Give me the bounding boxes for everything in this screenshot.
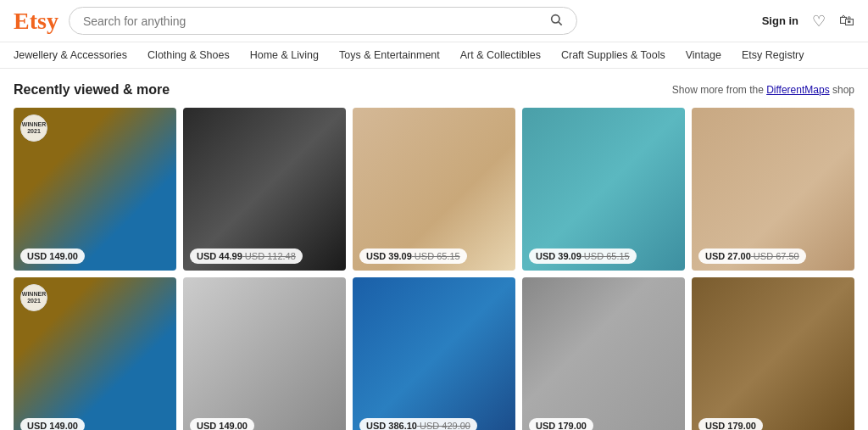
main-content: Recently viewed & more Show more from th…: [0, 69, 868, 430]
header: Etsy Sign in ♡ 🛍: [0, 0, 868, 42]
nav-item-etsy-registry[interactable]: Etsy Registry: [742, 49, 804, 61]
search-bar[interactable]: [69, 7, 577, 35]
product-card[interactable]: WINNER 2021USD 149.00: [14, 108, 176, 271]
etsy-logo: Etsy: [14, 8, 58, 35]
nav-item-art---collectibles[interactable]: Art & Collectibles: [460, 49, 541, 61]
product-card[interactable]: USD 44.99 USD 112.48: [183, 108, 346, 271]
product-card[interactable]: USD 149.00: [183, 277, 346, 430]
price-tag: USD 39.09 USD 65.15: [359, 249, 467, 264]
price-tag: USD 27.00 USD 67.50: [698, 249, 806, 264]
nav-item-craft-supplies---tools[interactable]: Craft Supplies & Tools: [561, 49, 665, 61]
price-tag: USD 149.00: [20, 249, 85, 264]
shop-link[interactable]: DifferentMaps: [766, 84, 829, 96]
show-more-text: Show more from the DifferentMaps shop: [672, 84, 854, 96]
wishlist-icon[interactable]: ♡: [812, 12, 826, 31]
product-card[interactable]: USD 27.00 USD 67.50: [692, 108, 854, 271]
price-tag: USD 179.00: [529, 418, 593, 430]
price: USD 179.00: [536, 421, 587, 430]
product-grid-row1: WINNER 2021USD 149.00USD 44.99 USD 112.4…: [14, 108, 854, 271]
price-tag: USD 149.00: [20, 418, 85, 430]
price: USD 386.10: [366, 421, 417, 430]
price: USD 149.00: [27, 421, 78, 430]
original-price: USD 65.15: [581, 251, 630, 261]
product-card[interactable]: WINNER 2021USD 149.00: [14, 277, 176, 430]
nav-item-home---living[interactable]: Home & Living: [250, 49, 319, 61]
main-nav: Jewellery & AccessoriesClothing & ShoesH…: [0, 42, 868, 69]
product-card[interactable]: USD 386.10 USD 429.00: [353, 277, 515, 430]
search-input[interactable]: [83, 14, 549, 28]
price: USD 27.00: [705, 251, 751, 261]
product-card[interactable]: USD 179.00: [692, 277, 854, 430]
nav-item-clothing---shoes[interactable]: Clothing & Shoes: [147, 49, 230, 61]
price-tag: USD 39.09 USD 65.15: [529, 249, 637, 264]
original-price: USD 429.00: [417, 421, 470, 430]
svg-point-0: [552, 15, 559, 23]
cart-icon[interactable]: 🛍: [839, 12, 854, 30]
header-actions: Sign in ♡ 🛍: [762, 12, 854, 31]
recently-viewed-header: Recently viewed & more Show more from th…: [14, 82, 854, 98]
product-card[interactable]: USD 39.09 USD 65.15: [353, 108, 515, 271]
original-price: USD 67.50: [751, 251, 799, 261]
original-price: USD 65.15: [412, 251, 460, 261]
nav-item-toys---entertainment[interactable]: Toys & Entertainment: [339, 49, 440, 61]
nav-item-jewellery---accessories[interactable]: Jewellery & Accessories: [14, 49, 127, 61]
original-price: USD 112.48: [242, 251, 296, 261]
price: USD 149.00: [197, 421, 248, 430]
nav-item-vintage[interactable]: Vintage: [686, 49, 721, 61]
price: USD 39.09: [366, 251, 412, 261]
product-card[interactable]: USD 179.00: [522, 277, 685, 430]
search-icon[interactable]: [549, 13, 563, 29]
price-tag: USD 44.99 USD 112.48: [190, 249, 303, 264]
price: USD 149.00: [27, 251, 78, 261]
price-tag: USD 179.00: [698, 418, 763, 430]
sign-in-button[interactable]: Sign in: [762, 14, 798, 27]
price: USD 179.00: [705, 421, 756, 430]
winner-badge: WINNER 2021: [20, 284, 47, 311]
recently-viewed-title: Recently viewed & more: [14, 82, 170, 98]
price: USD 39.09: [536, 251, 581, 261]
svg-line-1: [559, 22, 562, 25]
price: USD 44.99: [197, 251, 242, 261]
product-card[interactable]: USD 39.09 USD 65.15: [522, 108, 685, 271]
price-tag: USD 149.00: [190, 418, 254, 430]
product-grid-row2: WINNER 2021USD 149.00USD 149.00USD 386.1…: [14, 277, 854, 430]
winner-badge: WINNER 2021: [20, 114, 47, 142]
price-tag: USD 386.10 USD 429.00: [359, 418, 477, 430]
